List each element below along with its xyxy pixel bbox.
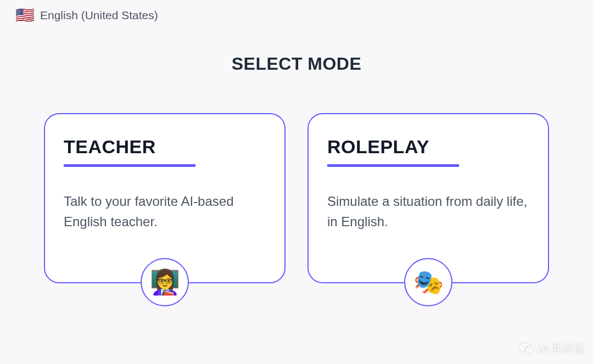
card-underline <box>327 164 459 167</box>
card-underline <box>64 164 195 167</box>
card-description: Simulate a situation from daily life, in… <box>327 191 529 232</box>
mode-cards-container: TEACHER Talk to your favorite AI-based E… <box>44 113 549 283</box>
wechat-icon <box>519 342 534 356</box>
card-title: TEACHER <box>64 136 266 158</box>
language-selector[interactable]: 🇺🇸 English (United States) <box>10 4 164 26</box>
mode-card-teacher[interactable]: TEACHER Talk to your favorite AI-based E… <box>44 113 286 283</box>
page-title: SELECT MODE <box>232 54 362 74</box>
us-flag-icon: 🇺🇸 <box>15 8 35 23</box>
teacher-icon: 👩‍🏫 <box>141 258 189 306</box>
mode-card-roleplay[interactable]: ROLEPLAY Simulate a situation from daily… <box>307 113 549 283</box>
attribution-text: AI 共存派 <box>538 341 584 356</box>
card-title: ROLEPLAY <box>327 136 529 158</box>
language-label: English (United States) <box>40 9 158 22</box>
attribution-watermark: AI 共存派 <box>519 341 584 356</box>
masks-icon: 🎭 <box>404 258 452 306</box>
card-description: Talk to your favorite AI-based English t… <box>64 191 266 232</box>
